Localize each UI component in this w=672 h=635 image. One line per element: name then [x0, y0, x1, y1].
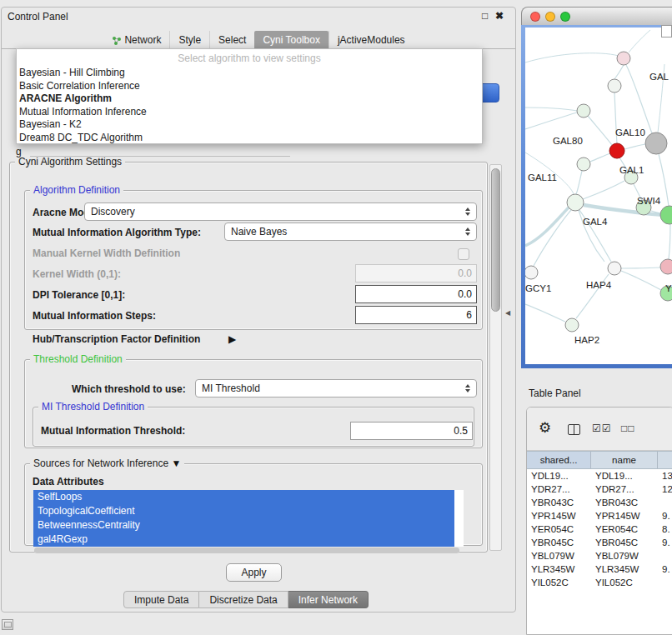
table-row[interactable]: YER054CYER054C8. — [527, 522, 672, 536]
table-cell: YBR045C — [527, 536, 591, 549]
table-body: YDL19...YDL19...13YDR27...YDR27...12YBR0… — [527, 469, 672, 589]
mi-steps-label: Mutual Information Steps: — [33, 310, 156, 322]
select-all-icon[interactable]: ☑☑ — [592, 422, 612, 434]
float-window-icon[interactable]: □ — [482, 10, 488, 22]
algorithm-option[interactable]: Dream8 DC_TDC Algorithm — [17, 132, 482, 145]
hub-section-label[interactable]: Hub/Transcription Factor Definition — [33, 333, 200, 345]
table-cell — [658, 549, 672, 562]
table-cell: YBR043C — [591, 496, 658, 509]
network-icon — [112, 36, 121, 45]
algorithm-option[interactable]: Bayesian - Hill Climbing — [17, 67, 482, 80]
network-node[interactable] — [525, 266, 538, 279]
algorithm-option[interactable]: ARACNE Algorithm — [17, 92, 482, 106]
column-header[interactable]: shared... — [527, 452, 591, 468]
node-label: SWI4 — [637, 196, 661, 206]
table-row[interactable]: YLR345WYLR345W9. — [527, 562, 672, 576]
which-threshold-select[interactable]: MI Threshold — [195, 379, 477, 398]
cyni-bottom-tabs: Impute DataDiscretize DataInfer Network — [123, 591, 369, 608]
table-cell: YLR345W — [527, 562, 591, 576]
close-traffic-light[interactable] — [530, 12, 540, 22]
bottom-tab-infer-network[interactable]: Infer Network — [288, 591, 369, 608]
network-edge — [621, 271, 661, 290]
network-node[interactable] — [577, 104, 590, 118]
table-row[interactable]: YIL052CYIL052C — [527, 576, 672, 589]
combo-arrows-icon — [465, 208, 470, 216]
node-label: GAL4 — [583, 217, 608, 227]
network-node[interactable] — [645, 132, 667, 154]
attribute-item[interactable]: gal4RGexp — [33, 532, 454, 547]
sources-title[interactable]: Sources for Network Inference ▼ — [30, 458, 184, 469]
apply-button[interactable]: Apply — [226, 563, 282, 582]
manual-kernel-checkbox[interactable] — [458, 248, 469, 260]
bottom-tab-discretize-data[interactable]: Discretize Data — [199, 591, 288, 608]
deselect-all-icon[interactable]: □□ — [621, 422, 635, 434]
network-edge — [525, 108, 577, 111]
table-panel: ⚙ ☑☑ □□ shared...name YDL19...YDL19...13… — [526, 407, 672, 635]
network-node[interactable] — [567, 194, 584, 211]
kernel-width-field[interactable] — [355, 264, 477, 282]
table-cell: 9. — [658, 536, 672, 549]
obscured-label-fragment: g — [16, 146, 22, 158]
table-cell: 8. — [658, 522, 672, 536]
column-selector-icon[interactable] — [568, 424, 580, 435]
tab-select[interactable]: Select — [209, 31, 254, 49]
table-cell: YBL079W — [527, 549, 591, 562]
table-row[interactable]: YPR145WYPR145W9. — [527, 509, 672, 522]
network-edge — [590, 153, 610, 162]
dpi-tolerance-field[interactable] — [355, 285, 477, 303]
network-window-titlebar[interactable] — [521, 7, 672, 25]
expand-arrow-icon[interactable]: ▶ — [228, 333, 236, 345]
column-header[interactable]: name — [591, 452, 658, 468]
table-row[interactable]: YDR27...YDR27...12 — [527, 482, 672, 496]
attribute-item[interactable]: BetweennessCentrality — [33, 518, 454, 532]
table-row[interactable]: YDL19...YDL19...13 — [527, 469, 672, 482]
network-edge — [584, 205, 672, 216]
tab-jactivemodules[interactable]: jActiveModules — [328, 31, 414, 49]
tab-label: jActiveModules — [338, 31, 405, 49]
attribute-item[interactable]: SelfLoops — [33, 490, 454, 504]
bottom-tab-impute-data[interactable]: Impute Data — [123, 591, 199, 608]
minimize-traffic-light[interactable] — [545, 12, 555, 22]
algorithm-option[interactable]: Mutual Information Inference — [17, 106, 482, 119]
table-row[interactable]: YBL079WYBL079W — [527, 549, 672, 562]
table-row[interactable]: YBR043CYBR043C — [527, 496, 672, 509]
tab-label: Cyni Toolbox — [263, 31, 319, 49]
algorithm-option[interactable]: Basic Correlation Inference — [17, 80, 482, 93]
table-cell: YBR043C — [527, 496, 591, 509]
network-node[interactable] — [565, 318, 579, 332]
settings-scrollbar-thumb[interactable] — [491, 168, 500, 312]
attribute-item[interactable]: TopologicalCoefficient — [33, 504, 454, 518]
mi-threshold-field[interactable] — [350, 422, 473, 440]
column-header[interactable] — [658, 452, 672, 468]
table-header: shared...name — [527, 451, 672, 469]
mi-steps-field[interactable] — [355, 306, 477, 324]
network-node[interactable] — [660, 206, 672, 224]
network-node[interactable] — [660, 259, 672, 274]
tab-network[interactable]: Network — [103, 31, 169, 49]
close-window-icon[interactable]: ✖ — [495, 10, 504, 22]
mi-type-select[interactable]: Naive Bayes — [224, 222, 477, 241]
algorithm-popup: Select algorithm to view settings Bayesi… — [16, 48, 483, 144]
collapse-arrow-icon[interactable]: ▼ — [171, 458, 181, 469]
network-node[interactable] — [608, 79, 621, 92]
gear-icon[interactable]: ⚙ — [539, 419, 551, 437]
mi-type-label: Mutual Information Algorithm Type: — [33, 227, 201, 238]
node-label: HAP4 — [586, 280, 612, 290]
network-node[interactable] — [577, 158, 590, 171]
minimized-panel-icon[interactable] — [2, 619, 13, 630]
split-divider-arrow[interactable]: ◀ — [505, 309, 510, 317]
attributes-hscrollbar[interactable] — [34, 548, 459, 553]
aracne-mode-select[interactable]: Discovery — [84, 202, 477, 221]
table-row[interactable]: YBR045CYBR045C9. — [527, 536, 672, 549]
network-canvas[interactable]: GALGAL80GAL10GAL11GAL1SWI4GAL4GCY1HAP4YH… — [525, 28, 672, 364]
tab-cyni-toolbox[interactable]: Cyni Toolbox — [254, 31, 328, 49]
tab-style[interactable]: Style — [169, 31, 209, 49]
network-node[interactable] — [608, 262, 621, 275]
network-node[interactable] — [617, 52, 630, 65]
network-edge — [624, 144, 645, 149]
network-node[interactable] — [609, 143, 624, 158]
zoom-traffic-light[interactable] — [560, 12, 570, 22]
settings-scrollbar[interactable] — [489, 164, 502, 551]
node-label: GAL11 — [528, 172, 557, 182]
algorithm-option[interactable]: Bayesian - K2 — [17, 118, 482, 132]
